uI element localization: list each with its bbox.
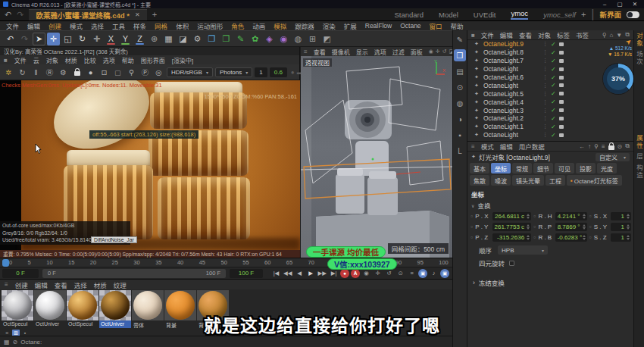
visibility-dots-icon[interactable]: ⋮ xyxy=(542,99,548,105)
float-window-icon[interactable]: ⧉ xyxy=(625,142,630,150)
object-name[interactable]: OctaneLight.9 xyxy=(483,40,539,48)
goto-end-icon[interactable]: ▶| xyxy=(329,269,339,278)
layout-tab[interactable]: ymoc xyxy=(511,9,528,20)
move-icon[interactable]: ✛ xyxy=(47,33,60,45)
menu-item[interactable]: 体积 xyxy=(176,21,189,30)
ui-toggle[interactable] xyxy=(627,11,639,18)
panel-menu-icon[interactable]: ■ xyxy=(4,57,8,64)
menu-item[interactable]: 跟踪器 xyxy=(295,21,314,30)
white-balance-icon[interactable]: ◎ xyxy=(153,67,164,78)
object-manager-menu-item[interactable]: 编辑 xyxy=(500,30,513,39)
enabled-check-icon[interactable]: ✓ xyxy=(551,115,556,122)
record-position-icon[interactable]: ✛ xyxy=(373,269,383,278)
field-icon[interactable]: ◉ xyxy=(277,33,290,45)
visibility-dots-icon[interactable]: ⋮ xyxy=(542,58,548,64)
layout-tab[interactable]: Standard xyxy=(394,11,424,19)
redo-icon[interactable]: ↷ xyxy=(17,11,23,19)
visibility-dots-icon[interactable]: ⋮ xyxy=(542,123,548,130)
keyframe-dot-icon[interactable]: ○ xyxy=(470,224,474,229)
axis-y-icon[interactable]: Y xyxy=(119,33,132,45)
material-menu-item[interactable]: 创建 xyxy=(15,280,28,289)
octane-menu-item[interactable]: 帮助 xyxy=(122,56,134,64)
document-tab[interactable]: 欧莱雅小蜜罐-课堂终稿.c4d * ✕ xyxy=(29,9,146,20)
end-frame-field[interactable]: 100 F xyxy=(230,269,263,278)
record-rotation-icon[interactable]: ↺ xyxy=(384,269,394,278)
attribute-tab[interactable]: 坐标 xyxy=(491,163,511,174)
attribute-tab[interactable]: 基本 xyxy=(470,163,489,174)
history-icon[interactable]: ● xyxy=(291,69,295,76)
object-name[interactable]: OctaneLight.3 xyxy=(483,107,539,114)
deformer-icon[interactable]: ◈ xyxy=(263,33,276,45)
object-row[interactable]: ✦ OctaneLight.2 ⋮ ✓ xyxy=(467,114,633,123)
attribute-tab[interactable]: ▪ Octane灯光标签 xyxy=(567,175,622,186)
edges-mode-icon[interactable]: ◑ xyxy=(454,113,466,125)
add-layout-button[interactable]: + xyxy=(581,10,586,19)
record-param-icon[interactable]: ≡ xyxy=(407,269,417,278)
render-settings-icon[interactable]: ⚙ xyxy=(58,67,69,78)
octane-menu-item[interactable]: [渲染中] xyxy=(172,56,193,64)
enabled-check-icon[interactable]: ✓ xyxy=(551,98,556,105)
freeze-transform-section[interactable]: › 冻结变换 xyxy=(467,269,633,287)
back-icon[interactable]: ← xyxy=(579,143,585,150)
enabled-check-icon[interactable]: ✓ xyxy=(551,74,556,81)
transform-subsection[interactable]: ∨ 变换 xyxy=(467,199,633,211)
options-dot-icon[interactable]: ◉ xyxy=(429,48,433,55)
rotation-field[interactable]: 4.2141 ° xyxy=(555,212,587,220)
axis-x-icon[interactable]: X xyxy=(105,33,117,45)
record-scale-icon[interactable]: ⊙ xyxy=(395,269,405,278)
position-field[interactable]: 261.7753 c xyxy=(492,223,532,231)
rotation-field[interactable]: -0.6283 ° xyxy=(555,233,587,242)
menu-item[interactable]: 角色 xyxy=(231,21,244,30)
menu-item[interactable]: 工具 xyxy=(112,21,125,30)
object-manager-menu-item[interactable]: 对象 xyxy=(538,30,551,39)
keyframe-dot-icon[interactable]: ○ xyxy=(533,224,536,229)
dock-tab[interactable]: 构造 xyxy=(635,164,644,179)
visibility-dots-icon[interactable]: ⋮ xyxy=(542,66,548,72)
current-frame-field[interactable]: 0 F xyxy=(2,269,39,278)
viewport-menu-item[interactable]: 摄像机 xyxy=(332,48,350,56)
exposure-field[interactable]: 0.6 xyxy=(270,67,287,77)
layout-tab[interactable]: ymoc_self xyxy=(543,11,576,19)
clay-mode-icon[interactable]: ▢ xyxy=(112,67,123,78)
tag-icon[interactable] xyxy=(559,59,564,63)
visibility-dots-icon[interactable]: ⋮ xyxy=(542,108,548,114)
kernel-settings-icon[interactable]: ✲ xyxy=(3,67,14,78)
solo-icon[interactable]: ▣ xyxy=(440,269,449,278)
tag-icon[interactable] xyxy=(559,76,564,80)
keyframe-dot-icon[interactable]: ○ xyxy=(589,224,592,229)
samples-field[interactable]: 1 xyxy=(255,67,267,77)
up-icon[interactable]: ↑ xyxy=(588,143,591,150)
menu-item[interactable]: 动画 xyxy=(252,21,265,30)
panel-menu-icon[interactable]: ■ xyxy=(471,32,475,39)
menu-item[interactable]: 模拟 xyxy=(274,21,286,30)
mograph-icon[interactable]: ✿ xyxy=(249,33,261,45)
attribute-menu-item[interactable]: 用户数据 xyxy=(519,142,545,151)
enabled-check-icon[interactable]: ✓ xyxy=(551,49,556,56)
keyframe-dot-icon[interactable]: ○ xyxy=(533,214,536,218)
viewport-menu-item[interactable]: 面板 xyxy=(411,48,423,56)
restart-render-icon[interactable]: ↻ xyxy=(17,67,28,78)
object-name[interactable]: OctaneLight.1 xyxy=(483,123,539,130)
material-menu-item[interactable]: 材质 xyxy=(94,280,107,289)
enabled-check-icon[interactable]: ✓ xyxy=(551,123,556,130)
attribute-menu-item[interactable]: 模式 xyxy=(481,142,494,151)
close-button[interactable]: ✕ xyxy=(629,1,641,8)
new-ui-button[interactable]: 新界面 xyxy=(599,9,621,20)
viewport-menu-item[interactable]: 过滤 xyxy=(392,48,405,56)
octane-menu-item[interactable]: 图形界面 xyxy=(141,56,165,64)
enabled-check-icon[interactable]: ✓ xyxy=(551,132,556,139)
sound-icon[interactable]: ♪ xyxy=(429,269,439,278)
tag-icon[interactable] xyxy=(559,83,564,87)
keyframe-dot-icon[interactable]: ○ xyxy=(589,214,592,218)
menu-item[interactable]: RealFlow xyxy=(365,22,392,30)
dock-tab[interactable]: 层 xyxy=(635,153,644,161)
sync-icon[interactable]: ↺ xyxy=(442,48,447,55)
octane-menu-item[interactable]: 材质 xyxy=(65,56,77,64)
object-name[interactable]: OctaneLight xyxy=(483,131,539,139)
model-mode-icon[interactable]: ❒ xyxy=(454,49,466,61)
menu-item[interactable]: 渲染 xyxy=(323,21,336,30)
viewport-menu-item[interactable]: 选项 xyxy=(374,48,386,56)
enabled-check-icon[interactable]: ✓ xyxy=(551,82,556,89)
viewport-menu-item[interactable]: 显示 xyxy=(356,48,368,56)
render-region-icon[interactable]: ◪ xyxy=(177,33,189,45)
